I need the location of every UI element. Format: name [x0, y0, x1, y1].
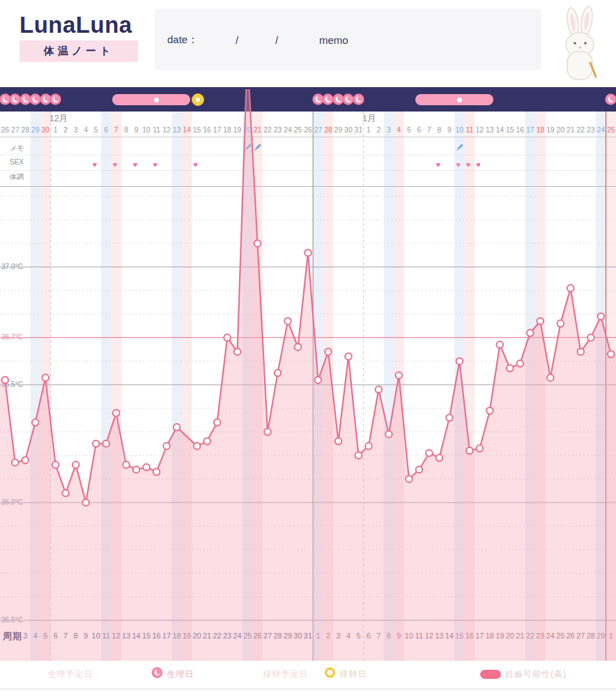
menstruation-moon-icon: [605, 93, 616, 108]
day-number: 22: [576, 125, 585, 135]
cycle-day-number: 7: [374, 631, 383, 641]
cycle-day-number: 18: [485, 631, 495, 641]
cycle-day-number: 13: [434, 631, 444, 641]
day-number: 24: [283, 125, 293, 135]
memo-pencil-icon: [455, 142, 464, 155]
day-number: 24: [596, 125, 606, 135]
cycle-day-number: 5: [40, 631, 50, 641]
day-number: 31: [353, 125, 363, 135]
day-number: 5: [404, 125, 414, 135]
cycle-day-number: 4: [30, 631, 40, 641]
cycle-day-number: 7: [61, 631, 70, 641]
legend-label: 生理日: [167, 668, 194, 680]
menstruation-moon-icon: [49, 93, 61, 108]
day-number: 6: [414, 125, 424, 135]
day-number: 20: [242, 125, 252, 135]
day-number: 19: [232, 125, 242, 135]
day-number: 17: [525, 125, 535, 135]
predicted-ovulation-dot-icon: [154, 98, 159, 102]
temperature-axis-label: 36.5°C: [1, 381, 23, 389]
cycle-day-number: 15: [454, 631, 464, 641]
cycle-day-number: 27: [263, 631, 272, 641]
legend-ovulation-ring-icon: [325, 667, 336, 681]
cycle-day-number: 24: [232, 631, 242, 641]
cycle-row-label: 周期: [3, 630, 22, 643]
day-number: 8: [121, 125, 131, 135]
app-title: LunaLuna: [20, 13, 138, 38]
legend-label: 生理予定日: [48, 668, 93, 680]
cycle-day-number: 29: [283, 631, 293, 641]
day-number: 1: [50, 125, 60, 135]
cycle-day-number: 18: [171, 631, 181, 641]
legend-item-2: 生理日: [152, 664, 194, 684]
sex-heart-icon: ♥: [476, 160, 481, 169]
cycle-day-number: 9: [81, 631, 91, 641]
day-number: 21: [252, 125, 262, 135]
predicted-ovulation-dot-icon: [457, 98, 462, 102]
sex-heart-icon: ♥: [436, 160, 440, 169]
cycle-day-number: 11: [101, 631, 111, 641]
memo-row-label: メモ: [10, 144, 24, 153]
cycle-day-number: 12: [424, 631, 434, 641]
cycle-day-number: 20: [505, 631, 515, 641]
cycle-day-number: 3: [20, 631, 30, 641]
cycle-day-number: 3: [333, 631, 343, 641]
month-label: 12月: [49, 113, 68, 125]
cycle-day-number: 19: [182, 631, 192, 641]
date-slash-1: /: [236, 34, 238, 46]
day-number: 11: [151, 125, 161, 135]
menstruation-moon-icon: [353, 93, 364, 108]
day-number: 23: [272, 125, 282, 135]
day-number: 14: [182, 125, 192, 135]
cycle-day-number: 2: [323, 631, 333, 641]
rabbit-mascot-icon: [552, 4, 608, 85]
month-label: 1月: [362, 113, 376, 125]
day-number: 3: [70, 125, 80, 135]
cycle-day-number: 23: [222, 631, 232, 641]
legend-label: 排卵日: [340, 668, 367, 680]
cycle-day-number: 21: [515, 631, 525, 641]
date-row-divider: [0, 137, 616, 137]
day-number: 4: [394, 125, 403, 135]
temperature-axis-label: 36.0°C: [1, 498, 23, 507]
date-memo-input-area[interactable]: date： / / memo: [155, 9, 541, 70]
day-number: 23: [586, 125, 596, 135]
cycle-day-number: 30: [293, 631, 302, 641]
cycle-day-number: 26: [252, 631, 262, 641]
day-number: 28: [323, 125, 333, 135]
memo-pencil-icon: [253, 142, 262, 155]
day-number: 6: [101, 125, 111, 135]
cycle-day-number: 1: [313, 631, 323, 641]
day-number: 14: [495, 125, 505, 135]
cycle-day-number: 15: [141, 631, 151, 641]
day-number: 20: [555, 125, 565, 135]
day-number: 9: [445, 125, 454, 135]
sex-row-divider: [0, 170, 616, 171]
cycle-day-number: 8: [384, 631, 394, 641]
cycle-day-number: 12: [111, 631, 121, 641]
cycle-day-number: 22: [525, 631, 535, 641]
day-number: 27: [10, 125, 20, 135]
fertile-window-pill: [112, 94, 190, 105]
day-number: 1: [364, 125, 374, 135]
day-number: 27: [313, 125, 323, 135]
day-number: 18: [535, 125, 545, 135]
cycle-day-number: 13: [121, 631, 131, 641]
sex-heart-icon: ♥: [456, 160, 461, 169]
legend-item-4: 排卵日: [325, 664, 367, 684]
day-number: 16: [515, 125, 525, 135]
day-number: 26: [303, 125, 313, 135]
day-number: 9: [131, 125, 141, 135]
condition-row-label: 体調: [10, 172, 24, 182]
legend-moon-icon: [152, 667, 163, 681]
cycle-day-number: 4: [344, 631, 353, 641]
day-number: 30: [344, 125, 353, 135]
memo-row-divider: [0, 155, 616, 155]
cycle-day-number: 20: [192, 631, 201, 641]
day-number: 25: [606, 125, 616, 135]
day-number: 13: [485, 125, 495, 135]
cycle-day-number: 24: [546, 631, 555, 641]
cycle-day-number: 14: [445, 631, 454, 641]
temperature-axis-label: 36.7°C: [1, 333, 23, 342]
cycle-day-number: 25: [555, 631, 565, 641]
